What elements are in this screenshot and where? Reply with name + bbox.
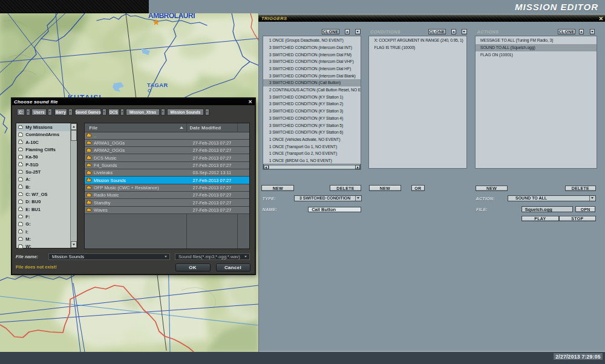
dropdown-arrow[interactable] (355, 196, 361, 201)
trigger-move-down-button[interactable] (355, 29, 361, 34)
clone-condition-button[interactable]: CLONE (428, 29, 446, 35)
place-item[interactable]: C: W7_OS (16, 190, 71, 198)
file-row[interactable]: OFP Music (CWC + Resistance) 27-Feb-2013… (85, 184, 250, 192)
trigger-row[interactable]: 3 SWITCHED CONDITION (Intercom Dial FM) (263, 51, 361, 59)
path-dropdown-button[interactable] (120, 109, 125, 115)
close-icon[interactable]: ✕ (598, 16, 603, 22)
triggers-hscrollbar[interactable] (263, 164, 361, 170)
or-condition-button[interactable]: OR (411, 185, 425, 191)
play-button[interactable]: PLAY (522, 216, 559, 221)
file-row[interactable]: .. (85, 132, 250, 140)
trigger-row[interactable]: 1 ONCE (BRDM Go 1, NO EVENT) (263, 157, 361, 164)
action-row[interactable]: FLAG ON (10001) (476, 51, 597, 59)
action-type-dropdown[interactable]: SOUND TO ALL (508, 195, 596, 201)
path-button[interactable]: Saved Games (75, 109, 101, 115)
places-scrollbar[interactable] (70, 123, 77, 248)
trigger-row[interactable]: 3 SWITCHED CONDITION (Intercom Dial INT) (263, 44, 361, 51)
path-button[interactable]: Users (31, 109, 47, 115)
date-column-header[interactable]: Date Modified (190, 125, 221, 131)
hscroll-thumb[interactable] (269, 165, 357, 170)
sound-file-field[interactable]: Squelch.ogg (522, 206, 573, 212)
action-row[interactable]: SOUND TO ALL (Squelch.ogg) (476, 44, 597, 51)
filetype-filter-combo[interactable]: Sound files(*.mp3;*.ogg;*.wav) (175, 253, 250, 260)
delete-trigger-button[interactable]: DELETE (330, 185, 362, 191)
path-dropdown-button[interactable] (48, 109, 52, 115)
path-dropdown-button[interactable] (102, 109, 106, 115)
action-move-up-button[interactable] (579, 29, 584, 34)
dialog-close-icon[interactable]: ✕ (248, 99, 252, 105)
dropdown-arrow[interactable] (162, 256, 169, 258)
filename-combo[interactable]: Mission Sounds (48, 253, 170, 260)
trigger-move-up-button[interactable] (345, 29, 350, 34)
action-move-down-button[interactable] (590, 29, 595, 34)
trigger-row[interactable]: 2 CONTINUOUS ACTION (Call Button Reset, … (263, 86, 361, 94)
trigger-row[interactable]: 1 ONCE (Transport Go 1, NO EVENT) (263, 143, 361, 151)
condition-move-up-button[interactable] (451, 29, 457, 34)
trigger-row[interactable]: 3 SWITCHED CONDITION (Intercom Dial VHF) (263, 58, 361, 65)
file-row[interactable]: ARMA1_OGGs 27-Feb-2013 07:27 (85, 140, 250, 147)
place-item[interactable]: M: (16, 235, 71, 242)
dialog-titlebar[interactable]: Choose sound file ✕ (12, 99, 255, 105)
condition-move-down-button[interactable] (462, 29, 467, 34)
trigger-row[interactable]: 3 SWITCHED CONDITION (KY Station 5) (263, 122, 361, 129)
file-row[interactable]: DCS Music 27-Feb-2013 07:27 (85, 154, 250, 161)
trigger-row[interactable]: 3 SWITCHED CONDITION (KY Station 1) (263, 94, 361, 101)
clone-trigger-button[interactable]: CLONE (322, 29, 339, 35)
place-item[interactable]: P-51D (16, 161, 71, 168)
trigger-row[interactable]: 3 SWITCHED CONDITION (KY Station 3) (263, 108, 361, 115)
place-item[interactable]: G: (16, 221, 71, 228)
actions-list[interactable]: MESSAGE TO ALL (Tuning FM Radio, 3)SOUND… (475, 36, 597, 169)
scroll-left-button[interactable] (264, 165, 269, 170)
ok-button[interactable]: OK (175, 264, 211, 271)
path-button[interactable]: Mission_Xtras (126, 109, 160, 115)
place-item[interactable]: My Missions (16, 124, 71, 131)
trigger-row[interactable]: 3 SWITCHED CONDITION (KY Station 2) (263, 100, 361, 108)
place-item[interactable]: F: (16, 213, 71, 220)
scroll-thumb[interactable] (71, 130, 77, 141)
place-item[interactable]: CombinedArms (16, 131, 71, 138)
trigger-row[interactable]: 3 SWITCHED CONDITION (Intercom Dial HF) (263, 65, 361, 73)
places-sidebar[interactable]: My Missions CombinedArms A-10C Flaming C… (16, 123, 78, 249)
place-item[interactable]: Flaming Cliffs (16, 146, 71, 153)
triggers-panel-titlebar[interactable]: TRIGGERS ✕ (258, 15, 605, 22)
file-row[interactable]: Mission Sounds 27-Feb-2013 07:27 (85, 177, 250, 184)
path-dropdown-button[interactable] (68, 109, 73, 115)
scroll-down-button[interactable] (71, 241, 77, 248)
condition-row[interactable]: X: COCKPIT ARGUMENT IN RANGE (240, 0.95,… (369, 37, 466, 44)
trigger-row[interactable]: 3 SWITCHED CONDITION (KY Station 6) (263, 129, 361, 136)
condition-row[interactable]: FLAG IS TRUE (10000) (369, 44, 466, 51)
trigger-row[interactable]: 3 SWITCHED CONDITION (Intercom Dial Blan… (263, 73, 361, 80)
trigger-row[interactable]: 1 ONCE (Vehicles Activate, NO EVENT) (263, 136, 361, 143)
place-item[interactable]: A: (16, 176, 71, 183)
file-table[interactable]: File Date Modified .. ARMA1_OGGs 27-Feb-… (84, 123, 250, 249)
path-dropdown-button[interactable] (161, 109, 165, 115)
open-file-button[interactable]: OPN (575, 206, 595, 212)
trigger-row[interactable]: 1 ONCE (Transport Go 2, NO EVENT) (263, 150, 361, 157)
file-row[interactable]: Standby 27-Feb-2013 07:27 (85, 199, 250, 206)
file-column-header[interactable]: File (90, 125, 98, 131)
path-dropdown-button[interactable] (26, 109, 30, 115)
path-button[interactable]: DCS (108, 109, 119, 115)
place-item[interactable]: D: BU0 (16, 198, 71, 206)
file-row[interactable]: ARMA2_OGGs 27-Feb-2013 07:27 (85, 147, 250, 154)
path-button[interactable]: Barry (54, 109, 67, 115)
action-row[interactable]: MESSAGE TO ALL (Tuning FM Radio, 3) (476, 37, 597, 44)
file-row[interactable]: Radio Music 27-Feb-2013 07:27 (85, 192, 250, 199)
stop-button[interactable]: STOP (559, 216, 596, 221)
place-item[interactable]: Ka-50 (16, 154, 71, 161)
place-item[interactable]: I: (16, 228, 71, 235)
trigger-row[interactable]: 3 SWITCHED CONDITION (Call Button) (263, 79, 361, 86)
file-table-header[interactable]: File Date Modified (85, 123, 250, 132)
place-item[interactable]: W: (16, 243, 71, 250)
clone-action-button[interactable]: CLONE (558, 29, 575, 35)
place-item[interactable]: A-10C (16, 138, 71, 146)
new-condition-button[interactable]: NEW (369, 185, 401, 191)
scroll-right-button[interactable] (355, 165, 360, 170)
place-item[interactable]: B: (16, 183, 71, 190)
trigger-row[interactable]: 1 ONCE (Groups Deactivate, NO EVENT) (263, 37, 361, 44)
file-row[interactable]: Waves 27-Feb-2013 07:27 (85, 207, 250, 214)
path-button[interactable]: Mission Sounds (167, 109, 204, 115)
place-item[interactable]: E: BU1 (16, 206, 71, 213)
dropdown-arrow[interactable] (589, 196, 595, 201)
delete-action-button[interactable]: DELETE (565, 186, 596, 192)
